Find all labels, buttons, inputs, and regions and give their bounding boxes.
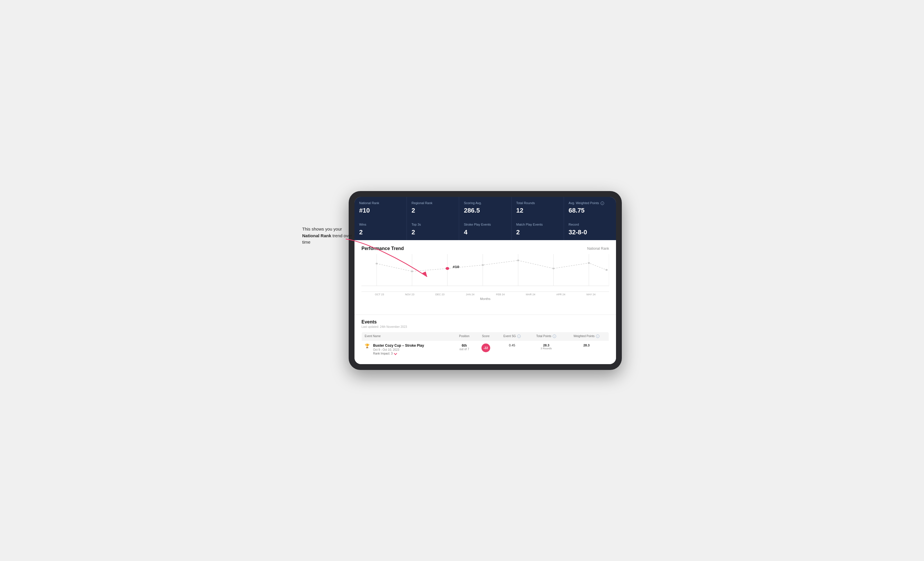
stat-wins-value: 2 — [359, 229, 402, 236]
svg-point-13 — [482, 264, 484, 266]
stat-match-play-value: 2 — [516, 229, 559, 236]
x-label-may24: MAY 24 — [576, 293, 606, 296]
x-axis-labels: OCT 23 NOV 23 DEC 23 JAN 24 FEB 24 MAR 2… — [362, 293, 609, 296]
stat-wins-label: Wins — [359, 223, 402, 226]
stat-avg-weighted-value: 68.75 — [568, 207, 611, 214]
event-sg-info-icon[interactable]: i — [517, 335, 521, 338]
chart-svg: #10 — [362, 254, 609, 292]
svg-point-16 — [588, 262, 590, 264]
x-label-nov23: NOV 23 — [394, 293, 425, 296]
stat-scoring-avg-value: 286.5 — [464, 207, 507, 214]
x-label-dec23: DEC 23 — [425, 293, 455, 296]
stat-avg-weighted: Avg. Weighted Points i 68.75 — [564, 197, 616, 218]
event-sg-cell: 0.45 — [496, 340, 528, 358]
annotation-text: This shows you your National Rank trend … — [302, 226, 360, 246]
stat-scoring-avg-label: Scoring Avg. — [464, 201, 507, 205]
event-weighted-points-cell: 28.3 — [564, 340, 609, 358]
svg-point-17 — [606, 269, 608, 271]
weighted-points-info-icon[interactable]: i — [596, 335, 600, 338]
x-label-mar24: MAR 24 — [516, 293, 546, 296]
stat-record-value: 32-8-0 — [568, 229, 611, 236]
chart-header: Performance Trend National Rank — [362, 246, 609, 251]
col-weighted-points: Weighted Points i — [564, 332, 609, 340]
tablet-screen: National Rank #10 Regional Rank 2 Scorin… — [354, 197, 616, 364]
col-event-name: Event Name — [362, 332, 453, 340]
stat-wins: Wins 2 — [354, 218, 406, 240]
event-position-cell: 6th out of 7 — [453, 340, 476, 358]
svg-point-12 — [411, 270, 413, 272]
stat-total-rounds-value: 12 — [516, 207, 559, 214]
col-position: Position — [453, 332, 476, 340]
tablet-device: National Rank #10 Regional Rank 2 Scorin… — [349, 191, 622, 370]
event-position-value: 6th — [456, 344, 473, 347]
events-last-updated: Last updated: 24th November 2023 — [362, 325, 609, 328]
stat-match-play-label: Match Play Events — [516, 223, 559, 226]
stat-regional-rank-value: 2 — [411, 207, 454, 214]
stat-top3s-label: Top 3s — [411, 223, 454, 226]
events-title: Events — [362, 319, 609, 325]
stat-match-play: Match Play Events 2 — [512, 218, 564, 240]
x-label-jan24: JAN 24 — [455, 293, 485, 296]
event-position-of: out of 7 — [456, 347, 473, 351]
stat-top3s: Top 3s 2 — [407, 218, 459, 240]
stat-total-rounds-label: Total Rounds — [516, 201, 559, 205]
events-table-body: 🏆 Buster Cozy Cup – Stroke Play Oct 9 - … — [362, 340, 609, 358]
x-label-apr24: APR 24 — [546, 293, 576, 296]
annotation-before: This shows you your — [302, 226, 342, 232]
x-axis-title: Months — [362, 297, 609, 301]
svg-text:#10: #10 — [453, 265, 459, 269]
event-name: Buster Cozy Cup – Stroke Play — [373, 344, 424, 347]
x-label-feb24: FEB 24 — [485, 293, 516, 296]
chevron-down-icon — [394, 352, 397, 355]
events-section: Events Last updated: 24th November 2023 … — [354, 315, 616, 364]
annotation-bold: National Rank — [302, 233, 331, 238]
event-total-points-cell: 28.3 3 Rounds — [528, 340, 564, 358]
total-points-rounds: 3 Rounds — [531, 347, 561, 350]
stat-regional-rank: Regional Rank 2 — [407, 197, 459, 218]
stat-record: Record 32-8-0 — [564, 218, 616, 240]
chart-axis-label: National Rank — [587, 247, 609, 251]
svg-point-14 — [517, 259, 519, 261]
table-row: 🏆 Buster Cozy Cup – Stroke Play Oct 9 - … — [362, 340, 609, 358]
rank-impact: Rank Impact: 3 — [373, 352, 424, 355]
trophy-icon: 🏆 — [364, 344, 370, 348]
event-name-cell: 🏆 Buster Cozy Cup – Stroke Play Oct 9 - … — [362, 340, 453, 358]
events-table-header: Event Name Position Score Event SG i Tot… — [362, 332, 609, 340]
event-score-cell: -22 — [476, 340, 496, 358]
stat-national-rank-label: National Rank — [359, 201, 402, 205]
chart-container: #10 — [362, 254, 609, 292]
events-table: Event Name Position Score Event SG i Tot… — [362, 332, 609, 358]
x-label-oct23: OCT 23 — [364, 293, 394, 296]
stat-total-rounds: Total Rounds 12 — [512, 197, 564, 218]
stats-row-1: National Rank #10 Regional Rank 2 Scorin… — [354, 197, 616, 218]
stat-stroke-play-label: Stroke Play Events — [464, 223, 507, 226]
stat-top3s-value: 2 — [411, 229, 454, 236]
event-date: Oct 9 - Oct 10, 2023 — [373, 348, 424, 352]
performance-trend-section: Performance Trend National Rank — [354, 240, 616, 310]
stat-stroke-play-value: 4 — [464, 229, 507, 236]
avg-weighted-info-icon[interactable]: i — [601, 202, 604, 205]
weighted-points-value: 28.3 — [584, 344, 590, 347]
chart-title: Performance Trend — [362, 246, 404, 251]
stat-national-rank: National Rank #10 — [354, 197, 406, 218]
chart-highlight-dot — [446, 267, 449, 270]
col-event-sg: Event SG i — [496, 332, 528, 340]
total-points-value: 28.3 — [531, 344, 561, 347]
col-total-points: Total Points i — [528, 332, 564, 340]
total-points-info-icon[interactable]: i — [553, 335, 556, 338]
col-score: Score — [476, 332, 496, 340]
stat-scoring-avg: Scoring Avg. 286.5 — [459, 197, 511, 218]
svg-point-11 — [376, 262, 378, 264]
stat-avg-weighted-label: Avg. Weighted Points i — [568, 201, 611, 205]
event-score-badge: -22 — [482, 344, 490, 352]
stat-regional-rank-label: Regional Rank — [411, 201, 454, 205]
stat-stroke-play: Stroke Play Events 4 — [459, 218, 511, 240]
stats-row-2: Wins 2 Top 3s 2 Stroke Play Events 4 Mat… — [354, 218, 616, 240]
svg-point-15 — [552, 268, 554, 269]
stat-record-label: Record — [568, 223, 611, 226]
stat-national-rank-value: #10 — [359, 207, 402, 214]
